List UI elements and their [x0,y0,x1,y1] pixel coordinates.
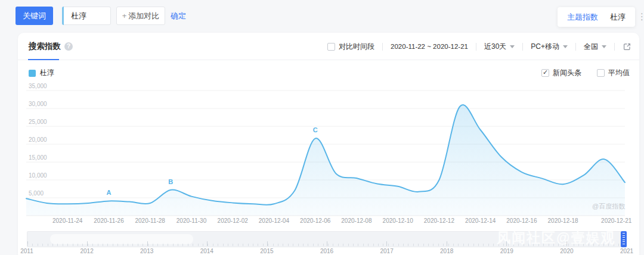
timeline-year-label: 2020 [560,248,573,254]
date-range[interactable]: 2020-11-22 ~ 2020-12-21 [391,43,468,50]
news-headlines-label: 新闻头条 [553,68,581,78]
device-filter-value: PC+移动 [531,42,559,52]
x-axis-label: 2020-12-12 [424,217,454,224]
y-axis-label: 20,000 [29,136,47,143]
news-headlines-checkbox[interactable]: 新闻头条 [541,68,581,78]
timeline-year-label: 2011 [20,248,33,254]
checkbox-icon[interactable] [327,43,335,51]
timeline-year-label: 2012 [80,248,93,254]
news-marker-C[interactable]: C [313,126,318,133]
confirm-link[interactable]: 确定 [171,7,186,25]
y-axis-label: 25,000 [29,119,47,125]
separator [614,43,615,51]
keyword-input-accent [62,7,64,25]
help-icon[interactable]: ? [64,42,73,51]
average-checkbox[interactable]: 平均值 [597,68,630,78]
series-color-swatch [29,70,36,77]
time-filter-dropdown[interactable]: 近30天 [484,42,515,52]
x-axis-label: 2020-12-14 [465,217,496,224]
y-axis-label: 15,000 [29,154,47,161]
area-fill [26,105,625,216]
baidu-index-watermark: @百度指数 [592,202,625,211]
x-axis-label: 2020-12-16 [506,217,537,224]
x-axis-label: 2020-12-06 [300,217,330,224]
search-index-panel: 搜索指数? 对比时间段 2020-11-22 ~ 2020-12-21 近30天… [18,33,639,255]
x-axis-label: 2020-11-30 [177,217,206,224]
chart-controls: 对比时间段 2020-11-22 ~ 2020-12-21 近30天 PC+移动… [327,33,631,60]
topic-keyword[interactable]: 杜淳 [610,12,626,23]
average-label: 平均值 [608,68,630,78]
y-axis-label: 10,000 [29,172,47,179]
region-filter-dropdown[interactable]: 全国 [584,42,606,52]
compare-period-checkbox[interactable]: 对比时间段 [327,42,374,52]
x-axis-label: 2020-11-26 [94,217,123,224]
separator [522,43,523,51]
time-filter-value: 近30天 [484,42,506,52]
chevron-down-icon [602,45,606,48]
ellipsis-icon[interactable]: ⋮ [637,11,644,22]
x-axis-label: 2020-11-24 [52,217,82,224]
panel-header: 搜索指数? 对比时间段 2020-11-22 ~ 2020-12-21 近30天… [18,33,639,60]
trend-chart-canvas [18,82,639,229]
overlay-toggles: 新闻头条 平均值 [541,68,630,78]
timeline-minimap[interactable] [27,231,627,247]
separator [575,43,576,51]
x-axis-label: 2020-12-02 [218,217,248,224]
series-label: 杜淳 [40,68,54,78]
timeline-year-label: 2014 [200,248,213,254]
timeline-year-label: 2015 [260,248,273,254]
x-axis-label: 2020-12-10 [383,217,413,224]
add-compare-button[interactable]: +添加对比 [116,7,165,25]
panel-title: 搜索指数 [29,42,61,51]
timeline-year-label: 2018 [440,248,453,254]
timeline-handle[interactable] [621,231,627,247]
x-axis-label: 2020-11-28 [135,217,165,224]
timeline-year-label: 2016 [320,248,333,254]
separator [382,43,383,51]
timeline-year-label: 2017 [380,248,393,254]
add-compare-label: 添加对比 [128,11,159,20]
x-axis-label: 2020-12-21 [601,217,631,224]
device-filter-dropdown[interactable]: PC+移动 [531,42,568,52]
chart-legend[interactable]: 杜淳 [29,68,54,78]
plus-icon: + [122,11,127,20]
topic-index-box: 主题指数 杜淳 [558,7,635,27]
checkbox-checked-icon[interactable] [541,69,549,77]
trend-chart[interactable]: @百度指数 5,00010,00015,00020,00025,00030,00… [18,82,639,229]
x-axis-label: 2020-12-04 [259,217,289,224]
chevron-down-icon [563,45,568,48]
topic-index-link[interactable]: 主题指数 [567,12,598,23]
checkbox-icon[interactable] [597,69,605,77]
minimap-ticks [27,244,626,246]
active-tab-underline [28,59,59,60]
keyword-button[interactable]: 关键词 [16,7,53,25]
news-marker-A[interactable]: A [107,189,112,196]
timeline-year-label: 2019 [500,248,513,254]
compare-period-label: 对比时间段 [339,42,374,52]
timeline-year-label: 2021 [620,248,633,254]
topbar: 关键词 +添加对比 确定 主题指数 杜淳 ⋮ [0,0,644,33]
timeline-year-label: 2013 [140,248,153,254]
tab-search-index[interactable]: 搜索指数? [29,33,73,60]
chevron-down-icon [510,45,515,48]
x-axis-label: 2020-12-08 [341,217,371,224]
region-filter-value: 全国 [584,42,598,52]
external-link-icon[interactable] [623,42,631,51]
keyword-input[interactable] [62,7,111,25]
y-axis-label: 30,000 [29,101,47,107]
y-axis-label: 35,000 [29,83,47,89]
separator [476,43,476,51]
y-axis-label: 5,000 [29,190,44,197]
news-marker-B[interactable]: B [168,178,173,185]
x-axis-label: 2020-12-18 [548,217,578,224]
